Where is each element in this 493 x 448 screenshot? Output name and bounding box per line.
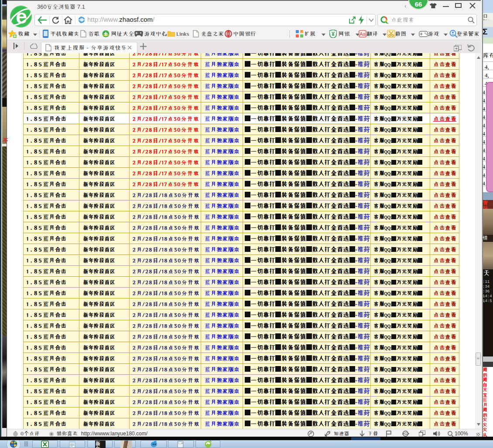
svg-text:66: 66 bbox=[415, 0, 422, 8]
svg-text:Aa: Aa bbox=[359, 31, 366, 37]
